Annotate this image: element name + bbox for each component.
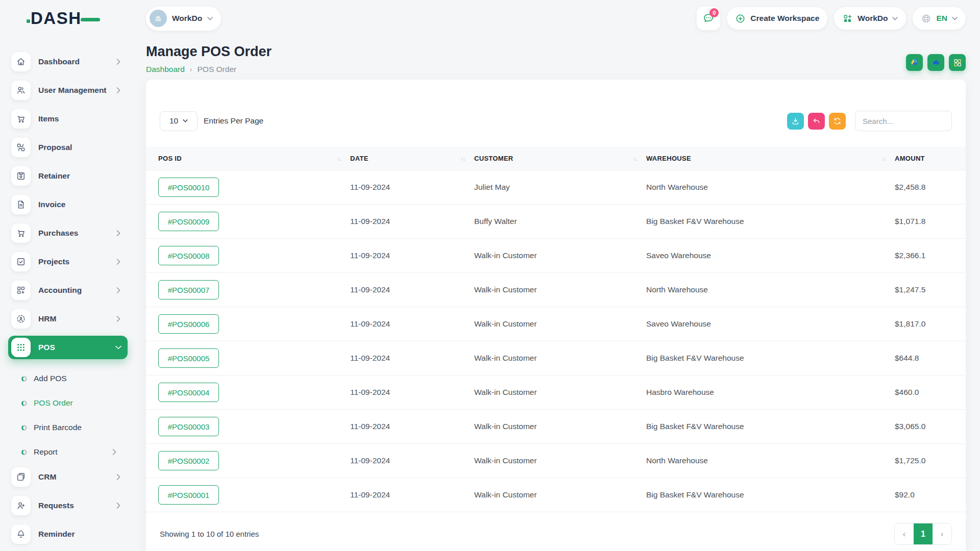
workspace-selector[interactable]: WorkDo (146, 7, 221, 31)
proposal-icon (11, 138, 31, 157)
search-input[interactable] (855, 111, 952, 131)
download-icon (791, 117, 800, 126)
grid-view-button[interactable] (949, 54, 966, 71)
export-button[interactable] (787, 113, 804, 130)
sidebar-item-pos[interactable]: POS (8, 336, 128, 359)
chevron-right-icon (116, 474, 120, 480)
column-header-amount[interactable]: AMOUNT ↑↓ (890, 147, 966, 170)
sidebar-subitem-pos-order[interactable]: POS Order (8, 391, 128, 415)
table-row: #POS00010 11-09-2024 Juliet May North Wa… (146, 170, 966, 205)
workspace-menu-button[interactable]: WorkDo (834, 7, 906, 30)
reset-button[interactable] (808, 113, 825, 130)
sidebar-item-retainer[interactable]: Retainer (8, 164, 128, 188)
sidebar-nav: Dashboard User Management Items Proposal… (0, 37, 132, 546)
column-header-customer[interactable]: CUSTOMER ↑↓ (469, 147, 641, 170)
table-row: #POS00002 11-09-2024 Walk-in Customer No… (146, 444, 966, 478)
integration-buttons (906, 54, 966, 71)
page-1-button[interactable]: 1 (914, 523, 933, 544)
chevron-down-icon (892, 17, 898, 20)
entries-per-page-label: Entries Per Page (204, 116, 263, 126)
sidebar-item-hrm[interactable]: HRM (8, 307, 128, 331)
logo-accent-dot (27, 19, 30, 23)
sidebar: DASH Dashboard User Management Items Pro… (0, 0, 132, 551)
chevron-right-icon (116, 230, 120, 236)
cell-date: 11-09-2024 (345, 388, 469, 397)
cell-warehouse: Saveo Warehouse (641, 319, 890, 329)
sort-icon: ↑↓ (337, 156, 341, 162)
sidebar-item-label: HRM (38, 314, 56, 323)
chevron-right-icon (116, 87, 120, 93)
chevron-right-icon (116, 259, 120, 265)
cell-date: 11-09-2024 (345, 422, 469, 431)
apps-grid-icon (842, 13, 853, 24)
pos-id-link[interactable]: #POS00007 (158, 280, 219, 299)
workspace-name: WorkDo (172, 14, 202, 23)
breadcrumb-current: POS Order (198, 65, 237, 74)
cell-customer: Walk-in Customer (469, 456, 641, 465)
cell-customer: Walk-in Customer (469, 285, 641, 294)
previous-page-button[interactable]: ‹ (895, 523, 914, 544)
breadcrumb: Dashboard › POS Order (146, 65, 272, 74)
sidebar-item-requests[interactable]: Requests (8, 494, 128, 517)
cell-warehouse: Hasbro Warehouse (641, 388, 890, 397)
user-plus-icon (11, 496, 31, 515)
google-drive-button[interactable] (906, 54, 923, 71)
column-header-pos-id[interactable]: POS ID ↑↓ (146, 147, 345, 170)
messages-button[interactable]: 0 (697, 7, 720, 30)
next-page-button[interactable]: › (933, 523, 951, 544)
chevron-down-icon (952, 17, 958, 20)
sidebar-item-reminder[interactable]: Reminder (8, 522, 128, 546)
entries-summary: Showing 1 to 10 of 10 entries (160, 530, 259, 538)
sidebar-subitem-print-barcode[interactable]: Print Barcode (8, 415, 128, 440)
sidebar-item-items[interactable]: Items (8, 107, 128, 131)
table-header-row: POS ID ↑↓ DATE ↑↓ CUSTOMER ↑↓ WAREHOUSE … (146, 147, 966, 170)
pos-id-link[interactable]: #POS00006 (158, 314, 219, 334)
cart-icon (11, 109, 31, 129)
sidebar-subitem-add-pos[interactable]: Add POS (8, 366, 128, 391)
table-row: #POS00006 11-09-2024 Walk-in Customer Sa… (146, 307, 966, 341)
column-header-date[interactable]: DATE ↑↓ (345, 147, 469, 170)
pos-id-link[interactable]: #POS00001 (158, 485, 219, 505)
chevron-down-icon (115, 345, 121, 349)
sidebar-item-accounting[interactable]: Accounting (8, 279, 128, 302)
sort-icon: ↑↓ (461, 156, 465, 162)
sidebar-item-purchases[interactable]: Purchases (8, 221, 128, 245)
table-row: #POS00003 11-09-2024 Walk-in Customer Bi… (146, 410, 966, 444)
bullet-icon (21, 400, 27, 406)
column-header-warehouse[interactable]: WAREHOUSE ↑↓ (641, 147, 890, 170)
sidebar-item-user-management[interactable]: User Management (8, 79, 128, 102)
pos-id-link[interactable]: #POS00004 (158, 383, 219, 402)
breadcrumb-dashboard-link[interactable]: Dashboard (146, 65, 185, 74)
brand-logo[interactable]: DASH (0, 0, 132, 37)
pos-icon (11, 338, 31, 357)
sidebar-subitem-report[interactable]: Report (8, 440, 128, 464)
pagination: ‹ 1 › (894, 523, 952, 545)
cell-date: 11-09-2024 (345, 217, 469, 226)
language-selector[interactable]: EN (913, 7, 966, 30)
entries-per-page-select[interactable]: 10 (160, 111, 198, 131)
table-row: #POS00009 11-09-2024 Buffy Walter Big Ba… (146, 205, 966, 239)
pos-id-link[interactable]: #POS00002 (158, 451, 219, 470)
pos-id-link[interactable]: #POS00005 (158, 348, 219, 368)
onedrive-button[interactable] (927, 54, 944, 71)
onedrive-icon (930, 57, 941, 68)
pos-id-link[interactable]: #POS00003 (158, 417, 219, 436)
cell-warehouse: Big Basket F&V Warehouse (641, 354, 890, 363)
sidebar-item-label: CRM (38, 472, 56, 482)
sidebar-subitem-label: Add POS (34, 374, 67, 383)
cell-amount: $2,366.1 (890, 251, 966, 260)
refresh-button[interactable] (829, 113, 846, 130)
pos-id-link[interactable]: #POS00009 (158, 212, 219, 231)
pos-id-link[interactable]: #POS00010 (158, 178, 219, 197)
cell-warehouse: Big Basket F&V Warehouse (641, 217, 890, 226)
sidebar-item-proposal[interactable]: Proposal (8, 136, 128, 159)
sidebar-subitem-label: Print Barcode (34, 423, 82, 432)
sidebar-item-projects[interactable]: Projects (8, 250, 128, 273)
building-icon (154, 14, 163, 23)
sidebar-item-invoice[interactable]: Invoice (8, 193, 128, 216)
sidebar-item-dashboard[interactable]: Dashboard (8, 50, 128, 73)
sidebar-item-crm[interactable]: CRM (8, 465, 128, 489)
create-workspace-button[interactable]: Create Workspace (727, 7, 827, 30)
pos-id-link[interactable]: #POS00008 (158, 246, 219, 265)
table-row: #POS00008 11-09-2024 Walk-in Customer Sa… (146, 239, 966, 273)
